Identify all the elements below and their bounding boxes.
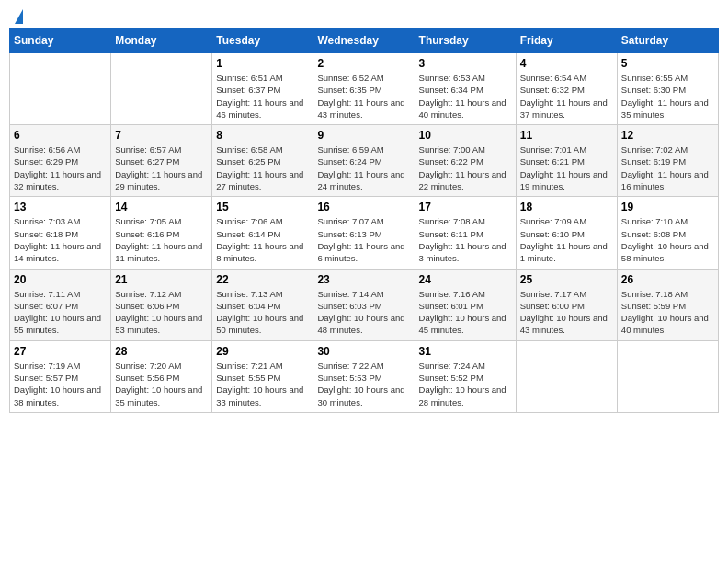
day-info: Sunrise: 6:52 AM Sunset: 6:35 PM Dayligh… — [317, 72, 410, 121]
calendar-cell: 29Sunrise: 7:21 AM Sunset: 5:55 PM Dayli… — [212, 340, 313, 412]
calendar-cell: 28Sunrise: 7:20 AM Sunset: 5:56 PM Dayli… — [111, 340, 212, 412]
calendar-cell: 21Sunrise: 7:12 AM Sunset: 6:06 PM Dayli… — [111, 269, 212, 340]
calendar-cell: 25Sunrise: 7:17 AM Sunset: 6:00 PM Dayli… — [516, 269, 617, 340]
day-info: Sunrise: 7:07 AM Sunset: 6:13 PM Dayligh… — [317, 215, 410, 264]
day-info: Sunrise: 6:59 AM Sunset: 6:24 PM Dayligh… — [317, 144, 410, 192]
day-info: Sunrise: 7:22 AM Sunset: 5:53 PM Dayligh… — [317, 360, 410, 408]
day-info: Sunrise: 7:08 AM Sunset: 6:11 PM Dayligh… — [419, 215, 512, 264]
day-info: Sunrise: 6:51 AM Sunset: 6:37 PM Dayligh… — [216, 72, 309, 121]
day-number: 1 — [216, 57, 309, 70]
calendar-cell: 5Sunrise: 6:55 AM Sunset: 6:30 PM Daylig… — [617, 53, 718, 125]
calendar-cell: 22Sunrise: 7:13 AM Sunset: 6:04 PM Dayli… — [212, 269, 313, 340]
calendar-cell: 16Sunrise: 7:07 AM Sunset: 6:13 PM Dayli… — [313, 197, 415, 269]
day-info: Sunrise: 7:09 AM Sunset: 6:10 PM Dayligh… — [520, 215, 613, 264]
weekday-header: Thursday — [415, 29, 516, 53]
day-info: Sunrise: 6:54 AM Sunset: 6:32 PM Dayligh… — [520, 72, 613, 121]
weekday-header: Wednesday — [313, 29, 415, 53]
calendar-cell: 19Sunrise: 7:10 AM Sunset: 6:08 PM Dayli… — [617, 197, 718, 269]
day-number: 31 — [419, 345, 512, 358]
day-info: Sunrise: 7:02 AM Sunset: 6:19 PM Dayligh… — [621, 144, 714, 192]
calendar-week-row: 20Sunrise: 7:11 AM Sunset: 6:07 PM Dayli… — [10, 269, 719, 340]
day-number: 18 — [520, 201, 613, 213]
calendar-cell: 4Sunrise: 6:54 AM Sunset: 6:32 PM Daylig… — [516, 53, 617, 125]
day-info: Sunrise: 7:11 AM Sunset: 6:07 PM Dayligh… — [14, 288, 107, 337]
day-number: 22 — [216, 273, 309, 286]
day-number: 2 — [317, 57, 410, 70]
day-info: Sunrise: 6:56 AM Sunset: 6:29 PM Dayligh… — [14, 144, 107, 192]
calendar-cell: 8Sunrise: 6:58 AM Sunset: 6:25 PM Daylig… — [212, 125, 313, 197]
calendar-cell: 3Sunrise: 6:53 AM Sunset: 6:34 PM Daylig… — [415, 53, 516, 125]
calendar-week-row: 1Sunrise: 6:51 AM Sunset: 6:37 PM Daylig… — [10, 53, 719, 125]
day-number: 3 — [419, 57, 512, 70]
day-number: 25 — [520, 273, 613, 286]
day-info: Sunrise: 7:03 AM Sunset: 6:18 PM Dayligh… — [14, 215, 107, 264]
calendar-cell: 12Sunrise: 7:02 AM Sunset: 6:19 PM Dayli… — [617, 125, 718, 197]
calendar-cell: 6Sunrise: 6:56 AM Sunset: 6:29 PM Daylig… — [10, 125, 111, 197]
weekday-header: Saturday — [617, 29, 718, 53]
weekday-header: Tuesday — [212, 29, 313, 53]
day-info: Sunrise: 7:18 AM Sunset: 5:59 PM Dayligh… — [621, 288, 714, 337]
calendar-cell: 18Sunrise: 7:09 AM Sunset: 6:10 PM Dayli… — [516, 197, 617, 269]
calendar-cell: 10Sunrise: 7:00 AM Sunset: 6:22 PM Dayli… — [415, 125, 516, 197]
day-info: Sunrise: 7:20 AM Sunset: 5:56 PM Dayligh… — [115, 360, 208, 408]
day-number: 9 — [317, 129, 410, 142]
weekday-header: Monday — [111, 29, 212, 53]
day-number: 13 — [14, 201, 107, 213]
calendar-cell: 27Sunrise: 7:19 AM Sunset: 5:57 PM Dayli… — [10, 340, 111, 412]
day-number: 24 — [419, 273, 512, 286]
calendar-cell: 30Sunrise: 7:22 AM Sunset: 5:53 PM Dayli… — [313, 340, 415, 412]
calendar-cell: 7Sunrise: 6:57 AM Sunset: 6:27 PM Daylig… — [111, 125, 212, 197]
day-info: Sunrise: 7:05 AM Sunset: 6:16 PM Dayligh… — [115, 215, 208, 264]
calendar-cell: 23Sunrise: 7:14 AM Sunset: 6:03 PM Dayli… — [313, 269, 415, 340]
day-number: 10 — [419, 129, 512, 142]
calendar-cell: 11Sunrise: 7:01 AM Sunset: 6:21 PM Dayli… — [516, 125, 617, 197]
day-number: 23 — [317, 273, 410, 286]
day-number: 19 — [621, 201, 714, 213]
day-info: Sunrise: 7:10 AM Sunset: 6:08 PM Dayligh… — [621, 215, 714, 264]
calendar-week-row: 27Sunrise: 7:19 AM Sunset: 5:57 PM Dayli… — [10, 340, 719, 412]
calendar-week-row: 6Sunrise: 6:56 AM Sunset: 6:29 PM Daylig… — [10, 125, 719, 197]
calendar-header-row: SundayMondayTuesdayWednesdayThursdayFrid… — [10, 29, 719, 53]
day-number: 8 — [216, 129, 309, 142]
calendar-cell: 1Sunrise: 6:51 AM Sunset: 6:37 PM Daylig… — [212, 53, 313, 125]
weekday-header: Sunday — [10, 29, 111, 53]
calendar-cell: 24Sunrise: 7:16 AM Sunset: 6:01 PM Dayli… — [415, 269, 516, 340]
day-info: Sunrise: 7:21 AM Sunset: 5:55 PM Dayligh… — [216, 360, 309, 408]
day-info: Sunrise: 7:14 AM Sunset: 6:03 PM Dayligh… — [317, 288, 410, 337]
calendar-cell — [617, 340, 718, 412]
day-info: Sunrise: 7:12 AM Sunset: 6:06 PM Dayligh… — [115, 288, 208, 337]
calendar-cell — [111, 53, 212, 125]
day-info: Sunrise: 7:13 AM Sunset: 6:04 PM Dayligh… — [216, 288, 309, 337]
calendar-cell — [10, 53, 111, 125]
day-number: 16 — [317, 201, 410, 213]
page-header — [9, 9, 719, 20]
day-number: 20 — [14, 273, 107, 286]
day-number: 26 — [621, 273, 714, 286]
calendar-cell: 20Sunrise: 7:11 AM Sunset: 6:07 PM Dayli… — [10, 269, 111, 340]
day-number: 21 — [115, 273, 208, 286]
logo-triangle-icon — [15, 9, 23, 24]
day-number: 27 — [14, 345, 107, 358]
calendar-week-row: 13Sunrise: 7:03 AM Sunset: 6:18 PM Dayli… — [10, 197, 719, 269]
day-info: Sunrise: 7:16 AM Sunset: 6:01 PM Dayligh… — [419, 288, 512, 337]
day-info: Sunrise: 7:06 AM Sunset: 6:14 PM Dayligh… — [216, 215, 309, 264]
day-number: 11 — [520, 129, 613, 142]
day-number: 6 — [14, 129, 107, 142]
day-number: 15 — [216, 201, 309, 213]
logo — [13, 9, 23, 20]
calendar-cell: 13Sunrise: 7:03 AM Sunset: 6:18 PM Dayli… — [10, 197, 111, 269]
day-info: Sunrise: 6:58 AM Sunset: 6:25 PM Dayligh… — [216, 144, 309, 192]
weekday-header: Friday — [516, 29, 617, 53]
calendar-cell: 26Sunrise: 7:18 AM Sunset: 5:59 PM Dayli… — [617, 269, 718, 340]
day-info: Sunrise: 7:24 AM Sunset: 5:52 PM Dayligh… — [419, 360, 512, 408]
calendar-cell: 17Sunrise: 7:08 AM Sunset: 6:11 PM Dayli… — [415, 197, 516, 269]
day-number: 12 — [621, 129, 714, 142]
day-number: 30 — [317, 345, 410, 358]
day-number: 28 — [115, 345, 208, 358]
day-info: Sunrise: 7:01 AM Sunset: 6:21 PM Dayligh… — [520, 144, 613, 192]
calendar-cell — [516, 340, 617, 412]
day-info: Sunrise: 7:19 AM Sunset: 5:57 PM Dayligh… — [14, 360, 107, 408]
calendar-cell: 31Sunrise: 7:24 AM Sunset: 5:52 PM Dayli… — [415, 340, 516, 412]
day-number: 5 — [621, 57, 714, 70]
day-number: 29 — [216, 345, 309, 358]
